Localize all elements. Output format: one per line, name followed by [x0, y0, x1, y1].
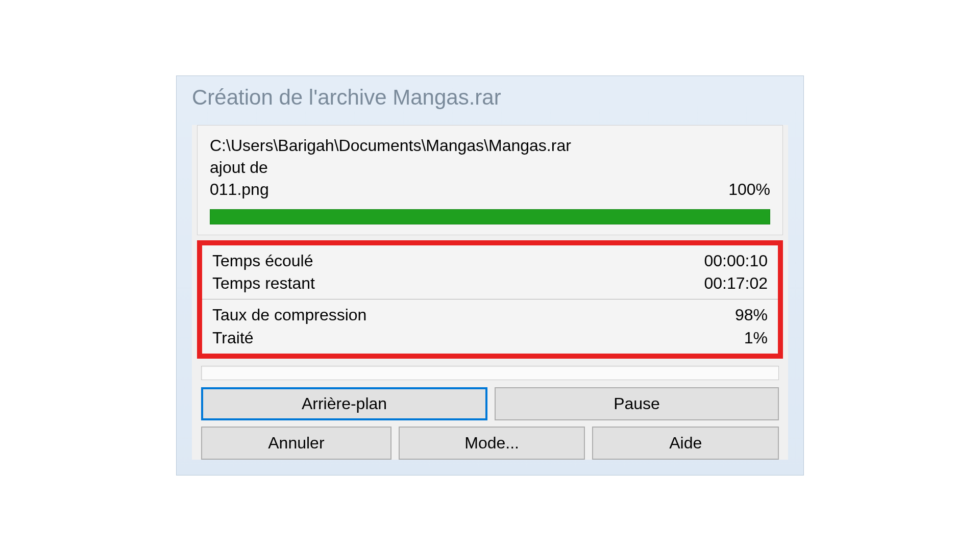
remaining-value: 00:17:02	[704, 272, 768, 295]
elapsed-value: 00:00:10	[704, 249, 768, 272]
processed-row: Traité 1%	[212, 327, 768, 349]
elapsed-label: Temps écoulé	[212, 249, 313, 272]
action-label: ajout de	[210, 157, 770, 179]
help-button[interactable]: Aide	[592, 427, 779, 460]
stats-panel: Temps écoulé 00:00:10 Temps restant 00:1…	[197, 240, 783, 359]
processed-value: 1%	[744, 327, 768, 349]
compression-stats-section: Taux de compression 98% Traité 1%	[202, 299, 778, 354]
current-file-name: 011.png	[210, 180, 269, 199]
remaining-time-row: Temps restant 00:17:02	[212, 272, 768, 295]
processed-label: Traité	[212, 327, 254, 349]
elapsed-time-row: Temps écoulé 00:00:10	[212, 249, 768, 272]
archive-progress-dialog: Création de l'archive Mangas.rar C:\User…	[176, 76, 804, 475]
overall-progress-bar	[201, 366, 779, 380]
archive-path: C:\Users\Barigah\Documents\Mangas\Mangas…	[210, 135, 770, 157]
compression-label: Taux de compression	[212, 304, 366, 327]
button-row-2: Annuler Mode... Aide	[201, 427, 779, 460]
button-row-1: Arrière-plan Pause	[201, 387, 779, 420]
pause-button[interactable]: Pause	[495, 387, 779, 420]
current-file-row: 011.png 100%	[210, 180, 770, 199]
remaining-label: Temps restant	[212, 272, 315, 295]
content-area: C:\Users\Barigah\Documents\Mangas\Mangas…	[192, 125, 788, 460]
compression-ratio-row: Taux de compression 98%	[212, 304, 768, 327]
time-stats-section: Temps écoulé 00:00:10 Temps restant 00:1…	[202, 245, 778, 300]
background-button[interactable]: Arrière-plan	[201, 387, 487, 420]
current-file-percent: 100%	[728, 180, 770, 199]
cancel-button[interactable]: Annuler	[201, 427, 391, 460]
current-file-panel: C:\Users\Barigah\Documents\Mangas\Mangas…	[197, 125, 783, 235]
dialog-title: Création de l'archive Mangas.rar	[177, 76, 803, 120]
file-progress-bar	[210, 209, 770, 224]
mode-button[interactable]: Mode...	[399, 427, 585, 460]
compression-value: 98%	[735, 304, 768, 327]
